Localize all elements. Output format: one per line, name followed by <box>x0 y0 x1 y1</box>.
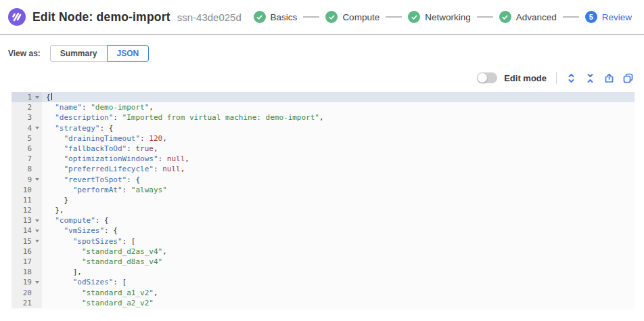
line-number-gutter: 21 <box>12 298 42 308</box>
line-number-gutter: 4 <box>12 123 42 133</box>
code-text: "standard_d8as_v4" <box>42 257 635 267</box>
line-number-gutter: 1 <box>12 92 42 102</box>
fold-toggle-icon[interactable] <box>35 219 39 222</box>
toggle-knob <box>478 73 487 83</box>
code-text: "preferredLifecycle": null, <box>42 164 635 174</box>
step-advanced[interactable]: Advanced <box>499 11 557 23</box>
text-cursor <box>51 93 53 100</box>
code-text: "standard_d2as_v4", <box>42 247 635 257</box>
line-number: 5 <box>12 133 42 144</box>
editor-toolbar: Edit mode <box>0 70 644 85</box>
code-text: "description": "Imported from virtual ma… <box>42 112 635 123</box>
editor-line: 11 } <box>12 195 635 205</box>
editor-line: 18 ], <box>12 267 635 277</box>
editor-line: 10 "performAt": "always" <box>12 185 635 195</box>
fold-toggle-icon[interactable] <box>35 230 39 232</box>
edit-mode-toggle[interactable] <box>477 72 497 83</box>
page-title: Edit Node: demo-import <box>32 10 170 24</box>
line-number-gutter: 13 <box>12 215 42 226</box>
editor-line: 6 "fallbackToOd": true, <box>12 144 635 154</box>
code-text: "vmSizes": { <box>42 226 635 236</box>
line-number-gutter: 14 <box>12 226 42 236</box>
code-text: "compute": { <box>42 215 635 226</box>
line-number-gutter: 9 <box>12 175 42 185</box>
step-review[interactable]: 5Review <box>585 11 632 23</box>
collapse-icon[interactable] <box>585 73 595 83</box>
copy-icon[interactable] <box>623 73 633 83</box>
editor-line: 5 "drainingTimeout": 120, <box>12 133 635 144</box>
line-number: 2 <box>12 102 42 112</box>
editor-line: 2 "name": "demo-import", <box>12 102 635 112</box>
code-text: } <box>42 195 635 205</box>
view-as-toggle-group: Summary JSON <box>50 45 149 62</box>
line-number-gutter: 20 <box>12 288 42 298</box>
line-number: 21 <box>12 298 42 308</box>
editor-line: 7 "optimizationWindows": null, <box>12 154 635 164</box>
step-compute[interactable]: Compute <box>325 11 380 23</box>
line-number-gutter: 16 <box>12 247 42 257</box>
editor-line: 12 }, <box>12 205 635 215</box>
view-as-label: View as: <box>8 49 41 58</box>
step-number: 5 <box>585 11 597 23</box>
editor-line: 17 "standard_d8as_v4" <box>12 257 635 267</box>
code-text: { <box>42 92 635 102</box>
toolbar-divider <box>556 72 557 84</box>
editor-line: 13 "compute": { <box>12 215 635 226</box>
line-number: 7 <box>12 154 42 164</box>
line-number-gutter: 12 <box>12 205 42 215</box>
edit-mode-label: Edit mode <box>504 73 547 83</box>
line-number: 8 <box>12 164 42 174</box>
expand-icon[interactable] <box>566 73 576 83</box>
step-label: Basics <box>271 12 298 22</box>
editor-line: 15 "spotSizes": [ <box>12 236 635 247</box>
fold-toggle-icon[interactable] <box>35 127 39 129</box>
code-text: ], <box>42 267 635 277</box>
fold-toggle-icon[interactable] <box>35 281 39 284</box>
view-as-summary-button[interactable]: Summary <box>50 45 108 62</box>
check-icon <box>408 11 420 23</box>
step-connector <box>477 16 493 18</box>
check-icon <box>254 11 266 23</box>
line-number: 16 <box>12 247 42 257</box>
step-networking[interactable]: Networking <box>408 11 471 23</box>
export-icon[interactable] <box>604 73 614 83</box>
spot-logo-icon <box>8 8 26 26</box>
code-text: }, <box>42 205 635 215</box>
editor-line: 19 "odSizes": [ <box>12 277 635 287</box>
line-number: 17 <box>12 257 42 267</box>
editor-line: 20 "standard_a1_v2", <box>12 288 635 298</box>
code-text: "drainingTimeout": 120, <box>42 133 635 144</box>
step-label: Review <box>602 12 632 22</box>
line-number-gutter: 7 <box>12 154 42 164</box>
editor-line: 4 "strategy": { <box>12 123 635 133</box>
editor-line: 8 "preferredLifecycle": null, <box>12 164 635 174</box>
step-label: Networking <box>425 12 471 22</box>
line-number-gutter: 10 <box>12 185 42 195</box>
code-text: "standard_a2_v2" <box>42 298 635 308</box>
line-number-gutter: 19 <box>12 277 42 287</box>
editor-line: 21 "standard_a2_v2" <box>12 298 635 308</box>
step-basics[interactable]: Basics <box>254 11 298 23</box>
step-connector <box>563 16 579 18</box>
line-number-gutter: 8 <box>12 164 42 174</box>
line-number: 20 <box>12 288 42 298</box>
line-number-gutter: 3 <box>12 112 42 123</box>
view-as-json-button[interactable]: JSON <box>107 45 150 62</box>
line-number: 12 <box>12 205 42 215</box>
fold-toggle-icon[interactable] <box>35 240 39 242</box>
code-text: "spotSizes": [ <box>42 236 635 247</box>
fold-toggle-icon[interactable] <box>35 96 39 99</box>
code-text: "fallbackToOd": true, <box>42 144 635 154</box>
line-number-gutter: 15 <box>12 236 42 247</box>
editor-line: 14 "vmSizes": { <box>12 226 635 236</box>
code-text: "odSizes": [ <box>42 277 635 287</box>
line-number-gutter: 5 <box>12 133 42 144</box>
json-editor[interactable]: 1{2 "name": "demo-import",3 "description… <box>12 92 635 309</box>
line-number-gutter: 18 <box>12 267 42 277</box>
step-label: Compute <box>342 12 380 22</box>
view-as-row: View as: Summary JSON <box>0 45 644 62</box>
line-number-gutter: 6 <box>12 144 42 154</box>
stepper: BasicsComputeNetworkingAdvanced5Review <box>254 11 636 23</box>
code-text: "standard_a1_v2", <box>42 288 635 298</box>
fold-toggle-icon[interactable] <box>35 178 39 181</box>
